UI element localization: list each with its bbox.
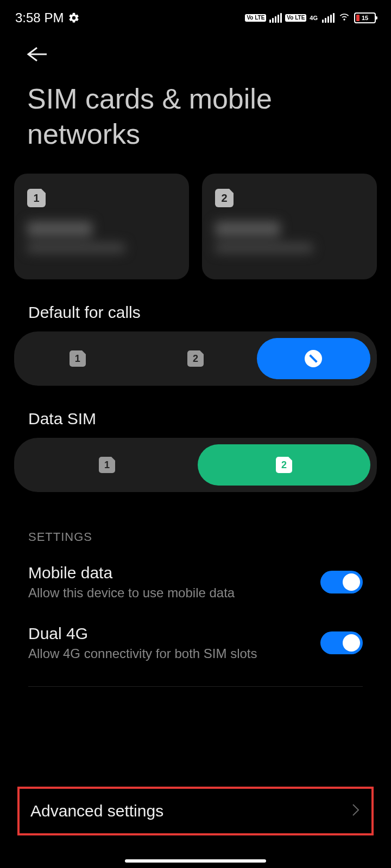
default-calls-sim1[interactable]: 1 — [21, 338, 134, 379]
divider — [28, 686, 363, 687]
data-sim-label: Data SIM — [0, 386, 391, 438]
default-calls-ask[interactable] — [257, 338, 370, 379]
sim-2-info-blurred — [215, 221, 364, 253]
battery-level: 15 — [362, 15, 368, 21]
volte-badge-1: Vo LTE — [245, 14, 266, 22]
default-calls-selector: 1 2 — [14, 331, 377, 386]
wifi-icon — [338, 11, 351, 24]
chevron-right-icon — [351, 802, 361, 820]
dual-4g-title: Dual 4G — [28, 624, 257, 643]
status-time: 3:58 PM — [15, 10, 64, 25]
sim-1-badge: 1 — [27, 189, 46, 207]
ask-icon — [305, 350, 322, 367]
advanced-settings-row[interactable]: Advanced settings — [17, 787, 374, 835]
signal-icon-1 — [269, 13, 282, 23]
page-title: SIM cards & mobile networks — [0, 71, 391, 174]
default-calls-label: Default for calls — [0, 279, 391, 331]
mobile-data-subtitle: Allow this device to use mobile data — [28, 585, 235, 601]
gear-icon — [68, 12, 80, 24]
dual-4g-row[interactable]: Dual 4G Allow 4G connectivity for both S… — [0, 612, 391, 673]
mobile-data-toggle[interactable] — [320, 571, 363, 593]
data-sim-2[interactable]: 2 — [198, 444, 370, 486]
sim-card-2[interactable]: 2 — [202, 174, 377, 279]
back-button[interactable] — [0, 33, 391, 71]
volte-badge-2: Vo LTE — [285, 14, 306, 22]
data-sim-1[interactable]: 1 — [21, 444, 193, 486]
sim-card-1[interactable]: 1 — [14, 174, 189, 279]
dual-4g-toggle[interactable] — [320, 631, 363, 654]
data-sim-selector: 1 2 — [14, 438, 377, 492]
status-bar: 3:58 PM Vo LTE Vo LTE 4G 15 — [0, 0, 391, 33]
network-4g-label: 4G — [310, 15, 318, 21]
default-calls-sim2[interactable]: 2 — [138, 338, 252, 379]
home-indicator[interactable] — [125, 859, 266, 863]
mobile-data-title: Mobile data — [28, 564, 235, 582]
battery-icon: 15 — [354, 12, 376, 23]
dual-4g-subtitle: Allow 4G connectivity for both SIM slots — [28, 646, 257, 661]
advanced-settings-title: Advanced settings — [30, 802, 163, 820]
signal-icon-2 — [322, 13, 335, 23]
mobile-data-row[interactable]: Mobile data Allow this device to use mob… — [0, 552, 391, 612]
sim-1-info-blurred — [27, 221, 176, 253]
sim-2-badge: 2 — [215, 189, 234, 207]
settings-header: SETTINGS — [0, 492, 391, 552]
